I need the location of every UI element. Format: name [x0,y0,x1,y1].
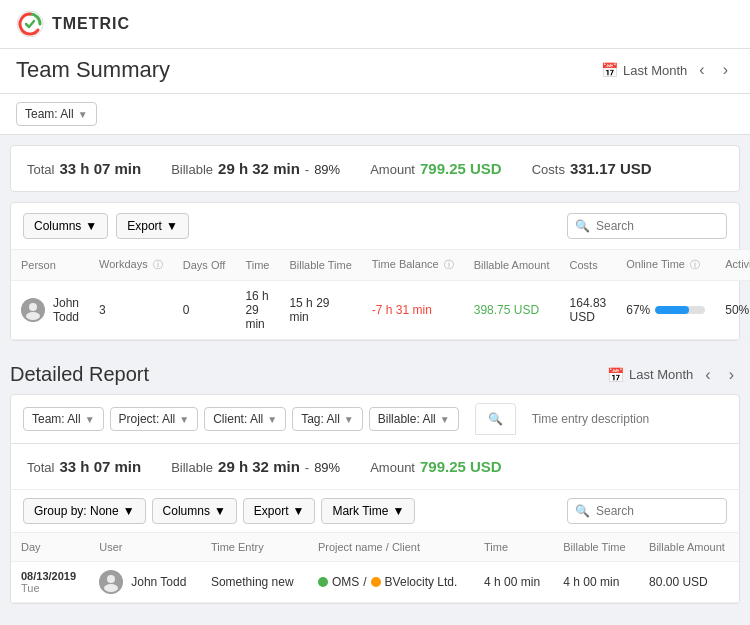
detailed-toolbar: Group by: None ▼ Columns ▼ Export ▼ Mark… [10,490,740,533]
columns-button-label: Columns [34,219,81,233]
project-badge: OMS / BVelocity Ltd. [318,575,457,589]
detailed-next-period-button[interactable]: › [723,364,740,386]
detailed-project-label: Project: All [119,412,176,426]
team-filter-label: Team: All [25,107,74,121]
detailed-search-box: 🔍 [567,498,727,524]
col-time-balance: Time Balance ⓘ [362,250,464,281]
team-summary-stats: Total 33 h 07 min Billable 29 h 32 min -… [10,145,740,192]
svg-point-5 [107,575,115,583]
detailed-search-input[interactable] [567,498,727,524]
detailed-amount-stat: Amount 799.25 USD [370,458,502,475]
avatar [99,570,123,594]
costs-label: Costs [532,162,565,177]
detailed-client-filter[interactable]: Client: All ▼ [204,407,286,431]
days-off-cell: 0 [173,281,236,340]
detailed-columns-label: Columns [163,504,210,518]
detailed-tag-filter[interactable]: Tag: All ▼ [292,407,363,431]
billable-amount-cell: 80.00 USD [639,562,739,603]
detailed-billable-label: Billable: All [378,412,436,426]
online-time-cell: 67% [616,281,715,340]
costs-value: 331.17 USD [570,160,652,177]
group-by-button[interactable]: Group by: None ▼ [23,498,146,524]
online-time-bar [655,306,705,314]
time-entry-search-input[interactable] [532,412,727,426]
next-period-button[interactable]: › [717,59,734,81]
client-name: BVelocity Ltd. [385,575,458,589]
detail-col-user: User [89,533,201,562]
detailed-report-title: Detailed Report [10,363,149,386]
logo-area: TMETRIC [16,10,130,38]
detailed-columns-arrow-icon: ▼ [214,504,226,518]
mark-time-button[interactable]: Mark Time ▼ [321,498,415,524]
detailed-columns-button[interactable]: Columns ▼ [152,498,237,524]
detailed-client-label: Client: All [213,412,263,426]
activity-level-pct: 50% [725,303,749,317]
detailed-total-value: 33 h 07 min [59,458,141,475]
amount-label: Amount [370,162,415,177]
team-search-box: 🔍 [567,213,727,239]
detail-col-time: Time [474,533,553,562]
team-summary-title-bar: Team Summary 📅 Last Month ‹ › [0,49,750,94]
team-table-toolbar: Columns ▼ Export ▼ 🔍 [11,203,739,250]
col-online-time: Online Time ⓘ [616,250,715,281]
detailed-export-button[interactable]: Export ▼ [243,498,316,524]
detailed-project-arrow-icon: ▼ [179,414,189,425]
detailed-export-arrow-icon: ▼ [293,504,305,518]
detailed-project-filter[interactable]: Project: All ▼ [110,407,199,431]
team-filter-arrow-icon: ▼ [78,109,88,120]
team-filter-dropdown[interactable]: Team: All ▼ [16,102,97,126]
detailed-billable-label: Billable [171,460,213,475]
detailed-team-filter[interactable]: Team: All ▼ [23,407,104,431]
detailed-team-label: Team: All [32,412,81,426]
detailed-billable-arrow-icon: ▼ [440,414,450,425]
billable-pct: 89% [314,162,340,177]
tmetric-logo-icon [16,10,44,38]
detailed-billable-filter[interactable]: Billable: All ▼ [369,407,459,431]
detailed-table: Day User Time Entry Project name / Clien… [11,533,739,603]
team-table: Person Workdays ⓘ Days Off Time Billable… [11,250,750,340]
time-cell: 16 h 29 min [235,281,279,340]
detailed-billable-pct: 89% [314,460,340,475]
billable-amount-cell: 398.75 USD [464,281,560,340]
date-range-label: 📅 Last Month [601,62,687,78]
detailed-prev-period-button[interactable]: ‹ [699,364,716,386]
person-name: John Todd [53,296,79,324]
billable-label: Billable [171,162,213,177]
detail-col-entry: Time Entry [201,533,308,562]
detailed-date-range-label: 📅 Last Month [607,367,693,383]
columns-button[interactable]: Columns ▼ [23,213,108,239]
team-table-section: Columns ▼ Export ▼ 🔍 Person Workdays ⓘ D… [10,202,740,341]
mark-time-label: Mark Time [332,504,388,518]
export-button[interactable]: Export ▼ [116,213,189,239]
user-name: John Todd [131,575,186,589]
online-time-pct: 67% [626,303,650,317]
export-button-label: Export [127,219,162,233]
table-row: John Todd 3 0 16 h 29 min 15 h 29 min -7… [11,281,750,340]
team-filter-bar: Team: All ▼ [0,94,750,135]
detailed-report-title-bar: Detailed Report 📅 Last Month ‹ › [0,351,750,394]
total-label: Total [27,162,54,177]
entry-search-icon: 🔍 [475,403,516,435]
day-cell: 08/13/2019 Tue [11,562,89,603]
team-table-header-row: Person Workdays ⓘ Days Off Time Billable… [11,250,750,281]
billable-time-cell: 4 h 00 min [553,562,639,603]
avatar [21,298,45,322]
team-search-input[interactable] [567,213,727,239]
workdays-cell: 3 [89,281,173,340]
amount-value: 799.25 USD [420,160,502,177]
person-cell: John Todd [11,281,89,340]
detailed-billable-stat: Billable 29 h 32 min - 89% [171,458,340,475]
time-balance-cell: -7 h 31 min [362,281,464,340]
detail-col-billable-amount: Billable Amount [639,533,739,562]
col-workdays: Workdays ⓘ [89,250,173,281]
detailed-total-stat: Total 33 h 07 min [27,458,141,475]
date-range-text: Last Month [623,63,687,78]
group-by-arrow-icon: ▼ [123,504,135,518]
svg-point-2 [29,303,37,311]
prev-period-button[interactable]: ‹ [693,59,710,81]
billable-value: 29 h 32 min [218,160,300,177]
detailed-calendar-icon: 📅 [607,367,624,383]
project-name: OMS [332,575,359,589]
mark-time-arrow-icon: ▼ [392,504,404,518]
detailed-search-icon: 🔍 [575,504,590,518]
